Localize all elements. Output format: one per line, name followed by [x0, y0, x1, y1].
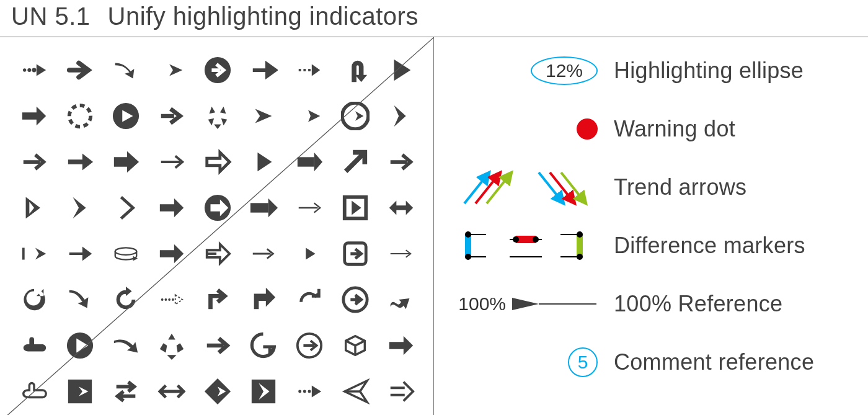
arrow-icon: [288, 94, 331, 138]
svg-point-50: [577, 231, 583, 238]
arrow-icon: [379, 324, 423, 367]
arrow-thin-icon: [288, 186, 331, 230]
arrow-circle-icon: [196, 48, 239, 92]
arrow-icon: [379, 140, 423, 184]
legend-warning-dot: Warning dot: [453, 109, 856, 149]
svg-rect-11: [298, 157, 314, 166]
arrow-bar-icon: [12, 232, 56, 275]
circle-dashed-icon: [58, 94, 102, 138]
refresh-icon: [104, 278, 148, 321]
svg-line-35: [561, 172, 586, 203]
arrow-icon: [12, 48, 56, 92]
reference-arrow-icon: [511, 295, 598, 313]
play-circle-icon: [104, 94, 148, 138]
legend-comment-ref: 5 Comment reference: [453, 342, 856, 382]
svg-line-34: [550, 172, 575, 203]
arrow-curved-icon: [58, 278, 102, 321]
legend-highlight-ellipse: 12% Highlighting ellipse: [453, 51, 856, 91]
arrow-icon: [58, 232, 102, 275]
recycle-icon: [196, 94, 239, 138]
legend-trend-arrows: Trend arrows: [453, 167, 856, 207]
arrow-wide-icon: [242, 186, 285, 230]
trend-arrows-icon: [455, 167, 598, 207]
svg-line-33: [539, 172, 564, 203]
chevron-icon: [58, 186, 102, 230]
arrow-both-thin-icon: [150, 370, 193, 413]
svg-point-16: [115, 248, 137, 255]
arrow-double-outline-icon: [196, 232, 239, 275]
rotate-icon: [12, 278, 56, 321]
arrow-double-icon: [379, 370, 423, 413]
arrow-square-fill-icon: [58, 370, 102, 413]
legend-panel: 12% Highlighting ellipse Warning dot: [434, 37, 868, 415]
chevron-square-icon: [242, 370, 285, 413]
svg-point-21: [172, 298, 174, 301]
comment-ref-badge: 5: [568, 347, 598, 377]
svg-rect-15: [22, 248, 25, 259]
legend-label: Difference markers: [614, 233, 805, 259]
svg-point-44: [513, 236, 519, 243]
hand-outline-icon: [12, 370, 56, 413]
arrow-icon: [150, 186, 193, 230]
arrow-icon: [242, 48, 285, 92]
arrow-hairline-icon: [379, 232, 423, 275]
svg-point-18: [161, 298, 164, 301]
svg-rect-25: [68, 380, 92, 403]
arrow-square-icon: [334, 232, 377, 275]
arrow-bold-icon: [104, 140, 148, 184]
chevron-icon: [379, 94, 423, 138]
svg-point-51: [577, 254, 583, 260]
svg-point-10: [342, 103, 368, 129]
u-turn-icon: [334, 48, 377, 92]
legend-label: Comment reference: [614, 349, 814, 375]
svg-line-31: [476, 172, 500, 203]
title-text: Unify highlighting indicators: [108, 2, 418, 30]
svg-point-39: [465, 231, 471, 238]
redo-icon: [288, 278, 331, 321]
svg-rect-7: [308, 69, 311, 71]
play-circle-fill-icon: [58, 324, 102, 367]
send-icon: [334, 370, 377, 413]
chevron-thin-icon: [104, 186, 148, 230]
svg-point-40: [465, 254, 471, 260]
arrow-icon: [12, 140, 56, 184]
triangle-right-icon: [242, 140, 285, 184]
legend-diff-markers: Difference markers: [453, 226, 856, 266]
page-title: UN 5.1Unify highlighting indicators: [0, 0, 868, 37]
arrow-icon: [196, 324, 239, 367]
svg-point-28: [303, 390, 306, 393]
arrow-up-right-icon: [334, 140, 377, 184]
arrow-dotted-icon: [288, 48, 331, 92]
svg-point-3: [32, 68, 37, 73]
chevron-box-icon: [334, 186, 377, 230]
arrow-circle-icon: [196, 186, 239, 230]
svg-rect-6: [303, 69, 306, 71]
svg-rect-13: [250, 203, 268, 212]
arrow-thin-icon: [150, 140, 193, 184]
svg-point-8: [69, 105, 91, 127]
icon-variants-panel: [0, 37, 434, 415]
legend-label: Warning dot: [614, 116, 735, 142]
chevron-bold-icon: [12, 186, 56, 230]
arrow-icon: [150, 48, 193, 92]
box-3d-icon: [334, 324, 377, 367]
svg-point-2: [27, 68, 31, 72]
svg-point-20: [168, 298, 170, 301]
hand-point-icon: [12, 324, 56, 367]
ellipse-badge: 12%: [531, 56, 598, 85]
arrow-icon: [150, 232, 193, 275]
legend-label: Highlighting ellipse: [614, 58, 804, 84]
recycle-icon: [150, 324, 193, 367]
arrow-both-icon: [379, 186, 423, 230]
svg-rect-38: [465, 234, 471, 257]
diff-markers-icon: [455, 228, 598, 263]
svg-point-29: [308, 390, 311, 393]
svg-rect-5: [299, 69, 301, 71]
corner-arrow-bold-icon: [242, 278, 285, 321]
arrow-icon: [58, 140, 102, 184]
warning-dot-icon: [577, 118, 598, 140]
play-triangle-icon: [379, 48, 423, 92]
arrow-diamond-icon: [196, 370, 239, 413]
arrow-curved-icon: [104, 48, 148, 92]
legend-reference: 100% 100% Reference: [453, 284, 856, 324]
